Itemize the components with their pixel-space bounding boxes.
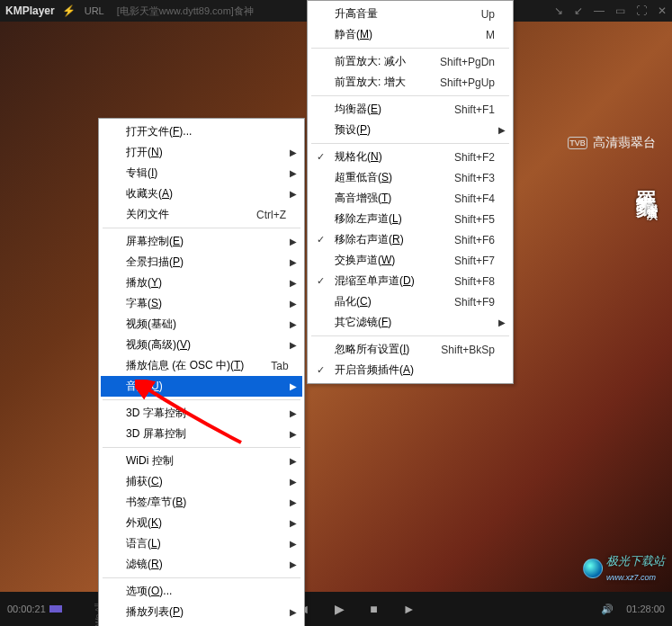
- menu-item[interactable]: 收藏夹(A)▶: [101, 183, 302, 204]
- check-icon: ✓: [317, 275, 325, 287]
- menu-item[interactable]: 打开文件(F)...: [101, 121, 302, 142]
- watermark-orb-icon: [583, 559, 603, 578]
- menu-item[interactable]: 捕获(C)▶: [101, 471, 302, 492]
- pin-icon[interactable]: ↘: [554, 4, 563, 17]
- submenu-arrow-icon: ▶: [290, 539, 297, 549]
- submenu-arrow-icon: ▶: [290, 408, 297, 418]
- app-logo: KMPlayer: [5, 4, 55, 17]
- submenu-arrow-icon: ▶: [290, 340, 297, 350]
- submenu-arrow-icon: ▶: [290, 518, 297, 528]
- restore-icon[interactable]: ▭: [615, 4, 625, 17]
- menu-item[interactable]: 音频(U)▶: [101, 376, 302, 397]
- check-icon: ✓: [317, 234, 325, 246]
- stop-button[interactable]: ■: [370, 602, 377, 616]
- menu-item[interactable]: 忽略所有设置(I)Shift+BkSp: [309, 339, 511, 360]
- submenu-arrow-icon: ▶: [290, 319, 297, 329]
- menu-item[interactable]: 播放(Y)▶: [101, 273, 302, 293]
- total-time: 01:28:00: [626, 604, 665, 614]
- menu-item[interactable]: 关闭文件Ctrl+Z: [101, 204, 302, 225]
- menu-item[interactable]: 语言(L)▶: [101, 533, 302, 554]
- menu-item[interactable]: 滤镜(R)▶: [101, 554, 302, 575]
- submenu-arrow-icon: ▶: [290, 456, 297, 466]
- menu-item[interactable]: 全景扫描(P)▶: [101, 252, 302, 273]
- menu-separator: [311, 335, 509, 336]
- menu-item[interactable]: ✓规格化(N)Shift+F2: [309, 147, 511, 167]
- menu-item[interactable]: 前置放大: 增大Shift+PgUp: [309, 72, 511, 93]
- elapsed-time: 00:00:21: [7, 604, 88, 614]
- submenu-arrow-icon: ▶: [290, 257, 297, 267]
- submenu-arrow-icon: ▶: [290, 477, 297, 487]
- menu-item[interactable]: ✓混缩至单声道(D)Shift+F8: [309, 271, 511, 291]
- menu-item[interactable]: 超重低音(S)Shift+F3: [309, 167, 511, 188]
- menu-separator: [311, 48, 509, 49]
- submenu-arrow-icon: ▶: [290, 607, 297, 617]
- menu-item[interactable]: 均衡器(E)Shift+F1: [309, 99, 511, 120]
- menu-separator: [103, 577, 300, 578]
- menu-item[interactable]: 打开(N)▶: [101, 142, 302, 163]
- bolt-icon[interactable]: ⚡: [62, 4, 76, 17]
- site-watermark: 极光下载站 www.xz7.com: [583, 553, 665, 583]
- menu-item[interactable]: 选项(O)...: [101, 581, 302, 602]
- menu-item[interactable]: 字幕(S)▶: [101, 293, 302, 314]
- context-menu-main: 打开文件(F)...打开(N)▶专辑(I)▶收藏夹(A)▶关闭文件Ctrl+Z屏…: [98, 118, 305, 626]
- close-icon[interactable]: ✕: [658, 4, 667, 17]
- menu-item[interactable]: 预设(P)▶: [309, 120, 511, 140]
- url-label[interactable]: URL: [85, 5, 104, 16]
- submenu-arrow-icon: ▶: [290, 299, 297, 309]
- menu-item[interactable]: 屏幕控制(E)▶: [101, 231, 302, 252]
- submenu-arrow-icon: ▶: [290, 559, 297, 569]
- play-button[interactable]: ▶: [335, 602, 345, 616]
- menu-item[interactable]: 播放列表(P)▶: [101, 602, 302, 622]
- menu-item[interactable]: 视频(高级)(V)▶: [101, 335, 302, 355]
- menu-item[interactable]: 3D 屏幕控制▶: [101, 424, 302, 444]
- maximize-icon[interactable]: ⛶: [636, 4, 647, 17]
- menu-item[interactable]: 升高音量Up: [309, 4, 511, 24]
- menu-item[interactable]: 移除左声道(L)Shift+F5: [309, 209, 511, 229]
- menu-item[interactable]: 其它滤镜(F)▶: [309, 312, 511, 333]
- next-button[interactable]: ►: [403, 602, 416, 616]
- menu-item[interactable]: ✓开启音频插件(A): [309, 360, 511, 380]
- volume-icon[interactable]: 🔊: [601, 604, 614, 615]
- tvb-logo-icon: TVB: [568, 137, 587, 149]
- tray-icon[interactable]: ↙: [574, 4, 583, 17]
- menu-item[interactable]: 外观(K)▶: [101, 513, 302, 533]
- menu-separator: [311, 95, 509, 96]
- minimize-icon[interactable]: —: [594, 4, 605, 17]
- menu-item[interactable]: 静音(M)M: [309, 24, 511, 45]
- menu-item[interactable]: 晶化(C)Shift+F9: [309, 291, 511, 312]
- menu-separator: [103, 228, 300, 228]
- menu-item[interactable]: WiDi 控制▶: [101, 451, 302, 471]
- context-menu-audio: 升高音量Up静音(M)M前置放大: 减小Shift+PgDn前置放大: 增大Sh…: [307, 0, 514, 384]
- menu-item[interactable]: 3D 字幕控制▶: [101, 403, 302, 424]
- menu-item[interactable]: 专辑(I)▶: [101, 163, 302, 183]
- menu-item[interactable]: 前置放大: 减小Shift+PgDn: [309, 51, 511, 72]
- submenu-arrow-icon: ▶: [290, 189, 297, 199]
- menu-separator: [103, 447, 300, 448]
- submenu-arrow-icon: ▶: [290, 429, 297, 439]
- submenu-arrow-icon: ▶: [290, 278, 297, 288]
- check-icon: ✓: [317, 151, 325, 163]
- menu-separator: [311, 143, 509, 144]
- menu-item[interactable]: ✓移除右声道(R)Shift+F6: [309, 229, 511, 250]
- menu-item[interactable]: 交换声道(W)Shift+F7: [309, 250, 511, 271]
- menu-item[interactable]: 书签/章节(B)▶: [101, 492, 302, 513]
- submenu-arrow-icon: ▶: [290, 237, 297, 246]
- submenu-arrow-icon: ▶: [290, 148, 297, 157]
- menu-item[interactable]: 控制面板(N)Alt+G: [101, 622, 302, 626]
- menu-item[interactable]: 高音增强(T)Shift+F4: [309, 188, 511, 209]
- submenu-arrow-icon: ▶: [290, 168, 297, 178]
- submenu-arrow-icon: ▶: [290, 381, 297, 391]
- channel-overlay: TVB 高清翡翠台: [568, 135, 656, 151]
- submenu-arrow-icon: ▶: [498, 125, 506, 135]
- check-icon: ✓: [317, 364, 325, 376]
- submenu-arrow-icon: ▶: [290, 497, 297, 507]
- video-credits: 羅家英 聯合主演: [632, 174, 659, 201]
- menu-item[interactable]: 播放信息 (在 OSC 中)(T)Tab: [101, 355, 302, 376]
- menu-separator: [103, 399, 300, 400]
- menu-item[interactable]: 视频(基础)▶: [101, 314, 302, 335]
- submenu-arrow-icon: ▶: [498, 317, 506, 327]
